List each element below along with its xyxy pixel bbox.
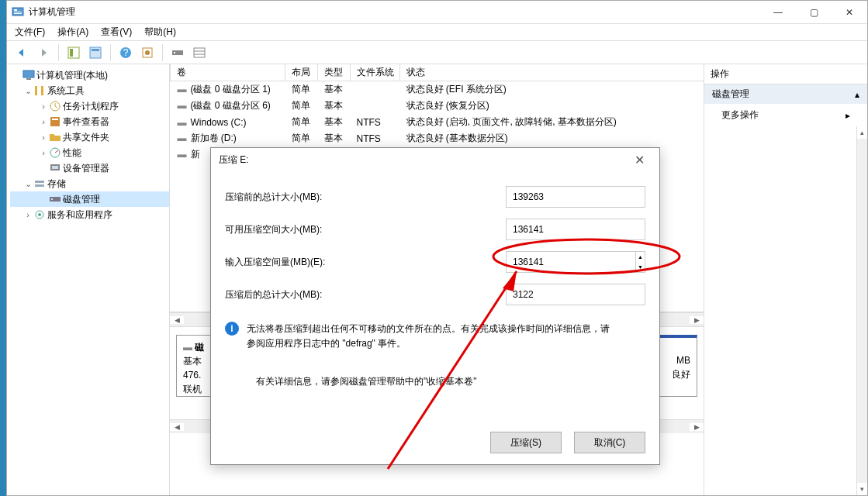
- svg-rect-3: [14, 13, 22, 14]
- svg-text:?: ?: [123, 47, 129, 58]
- svg-rect-13: [174, 52, 175, 53]
- services-icon: [33, 208, 46, 221]
- shrink-amount-input[interactable]: [506, 251, 636, 273]
- svg-rect-7: [92, 49, 99, 51]
- svg-rect-28: [35, 184, 44, 187]
- volume-row[interactable]: ▬新加卷 (D:)简单基本NTFS状态良好 (基本数据分区)220.00 G: [171, 130, 704, 146]
- toolbar-show-hide-tree-button[interactable]: [65, 44, 82, 61]
- svg-rect-18: [26, 78, 31, 80]
- col-volume[interactable]: 卷: [171, 64, 285, 81]
- disk-icon: [49, 193, 61, 205]
- actions-more[interactable]: 更多操作 ▸: [704, 104, 867, 126]
- info-text-2: 有关详细信息，请参阅磁盘管理帮助中的"收缩基本卷": [225, 351, 645, 389]
- tree-device-manager[interactable]: 设备管理器: [10, 160, 169, 176]
- app-icon: [12, 6, 24, 19]
- svg-rect-27: [35, 181, 44, 183]
- nav-tree: 计算机管理(本地) ⌄ 系统工具 › 任务计划程序 › 事件查看器 › 共享文件…: [7, 64, 170, 495]
- event-icon: [49, 115, 61, 128]
- actions-pane: 操作 磁盘管理 ▴ 更多操作 ▸ ▴▾: [704, 64, 867, 495]
- svg-rect-23: [52, 119, 58, 120]
- dialog-title: 压缩 E:: [219, 153, 249, 167]
- svg-point-11: [145, 50, 150, 55]
- tree-event-viewer[interactable]: › 事件查看器: [10, 114, 169, 129]
- tree-disk-management[interactable]: 磁盘管理: [10, 191, 169, 207]
- tree-performance[interactable]: › 性能: [10, 145, 169, 160]
- toolbar-help-button[interactable]: ?: [117, 44, 134, 61]
- volume-icon: ▬: [177, 84, 188, 95]
- actions-scrollbar[interactable]: ▴▾: [856, 126, 867, 495]
- svg-rect-1: [14, 9, 17, 11]
- minimize-button[interactable]: —: [760, 1, 796, 24]
- toolbar-properties-button[interactable]: [87, 44, 104, 61]
- folder-icon: [49, 131, 61, 143]
- performance-icon: [49, 146, 61, 159]
- col-layout[interactable]: 布局: [285, 64, 318, 81]
- tree-shared-folders[interactable]: › 共享文件夹: [10, 129, 169, 145]
- volume-icon: ▬: [177, 100, 188, 111]
- shrink-amount-label: 输入压缩空间量(MB)(E):: [225, 256, 506, 269]
- tree-root[interactable]: 计算机管理(本地): [10, 67, 169, 83]
- svg-rect-22: [50, 117, 60, 126]
- before-size-value: 139263: [506, 186, 645, 208]
- avail-size-value: 136141: [506, 219, 645, 240]
- svg-point-32: [38, 213, 41, 216]
- after-size-label: 压缩后的总计大小(MB):: [225, 288, 506, 301]
- window-title: 计算机管理: [29, 5, 75, 19]
- volume-row[interactable]: ▬(磁盘 0 磁盘分区 6)简单基本状态良好 (恢复分区)611 MB: [171, 98, 704, 114]
- volume-icon: ▬: [177, 133, 188, 143]
- shrink-button[interactable]: 压缩(S): [490, 432, 562, 453]
- tree-storage[interactable]: ⌄ 存储: [10, 176, 169, 191]
- actions-section[interactable]: 磁盘管理 ▴: [704, 84, 867, 104]
- avail-size-label: 可用压缩空间大小(MB):: [225, 223, 506, 236]
- svg-rect-17: [23, 71, 34, 78]
- tools-icon: [33, 84, 46, 97]
- svg-rect-14: [194, 48, 205, 57]
- spin-down-button[interactable]: ▼: [636, 262, 645, 272]
- chevron-right-icon: ▸: [846, 110, 850, 121]
- titlebar: 计算机管理 — ▢ ✕: [7, 1, 867, 24]
- computer-icon: [22, 69, 35, 81]
- svg-rect-20: [41, 86, 43, 95]
- volume-row[interactable]: ▬(磁盘 0 磁盘分区 1)简单基本状态良好 (EFI 系统分区)260 MB: [171, 81, 704, 98]
- tree-system-tools[interactable]: ⌄ 系统工具: [10, 83, 169, 98]
- clock-icon: [49, 100, 61, 112]
- spin-up-button[interactable]: ▲: [636, 252, 645, 262]
- svg-point-30: [51, 198, 53, 200]
- storage-icon: [33, 177, 46, 190]
- desktop-strip: [0, 0, 6, 496]
- volume-icon: ▬: [177, 117, 188, 128]
- menu-file[interactable]: 文件(F): [15, 26, 45, 39]
- before-size-label: 压缩前的总计大小(MB):: [225, 191, 506, 204]
- info-text: 无法将卷压缩到超出任何不可移动的文件所在的点。有关完成该操作时间的详细信息，请 …: [247, 322, 610, 351]
- cancel-button[interactable]: 取消(C): [574, 432, 645, 453]
- menu-action[interactable]: 操作(A): [57, 26, 88, 39]
- info-icon: i: [225, 322, 239, 336]
- volume-row[interactable]: ▬Windows (C:)简单基本NTFS状态良好 (启动, 页面文件, 故障转…: [171, 114, 704, 130]
- nav-forward-button[interactable]: [35, 44, 52, 61]
- svg-rect-5: [70, 49, 73, 57]
- col-status[interactable]: 状态: [400, 64, 704, 81]
- toolbar-settings-button[interactable]: [139, 44, 156, 61]
- actions-title: 操作: [704, 64, 867, 84]
- nav-back-button[interactable]: [13, 44, 30, 61]
- toolbar: ?: [7, 41, 867, 64]
- toolbar-list-view-button[interactable]: [191, 44, 208, 61]
- device-icon: [49, 162, 61, 174]
- tree-task-scheduler[interactable]: › 任务计划程序: [10, 98, 169, 114]
- volume-icon: ▬: [177, 149, 188, 160]
- svg-rect-19: [35, 86, 37, 95]
- menu-help[interactable]: 帮助(H): [144, 26, 176, 39]
- svg-rect-2: [14, 12, 22, 12]
- menu-view[interactable]: 查看(V): [101, 26, 132, 39]
- tree-services[interactable]: › 服务和应用程序: [10, 207, 169, 222]
- col-type[interactable]: 类型: [318, 64, 351, 81]
- col-fs[interactable]: 文件系统: [351, 64, 400, 81]
- close-button[interactable]: ✕: [832, 1, 867, 24]
- menubar: 文件(F) 操作(A) 查看(V) 帮助(H): [7, 24, 867, 41]
- toolbar-disk-view-button[interactable]: [169, 44, 186, 61]
- maximize-button[interactable]: ▢: [796, 1, 832, 24]
- collapse-icon: ▴: [855, 89, 859, 100]
- svg-rect-26: [52, 166, 58, 169]
- dialog-close-button[interactable]: ✕: [627, 150, 652, 169]
- shrink-dialog: 压缩 E: ✕ 压缩前的总计大小(MB): 139263 可用压缩空间大小(MB…: [210, 147, 660, 465]
